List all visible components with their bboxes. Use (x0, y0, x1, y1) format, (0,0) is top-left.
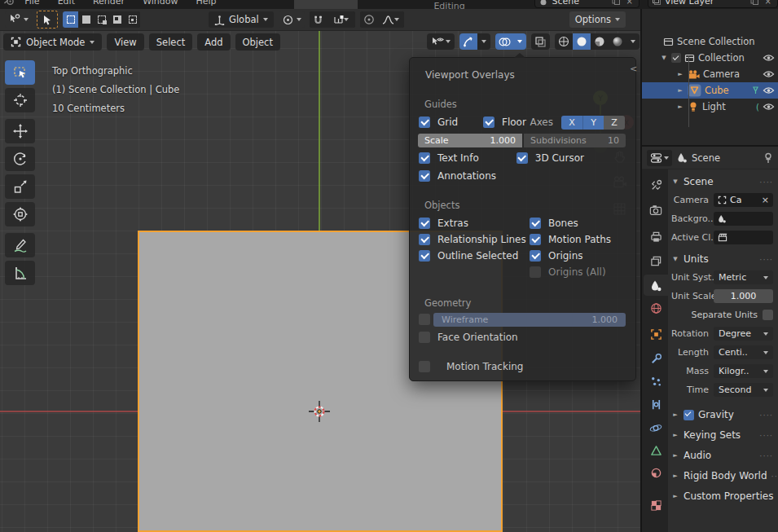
gizmo-dropdown[interactable] (477, 33, 490, 50)
rotation-dropdown[interactable]: Degree (714, 327, 773, 341)
text-info-checkbox[interactable] (419, 152, 430, 164)
menu-view[interactable]: View (107, 33, 143, 51)
motion-tracking-checkbox[interactable] (419, 361, 430, 372)
face-orientation-checkbox[interactable] (419, 332, 430, 343)
xray-toggle-button[interactable] (531, 33, 550, 50)
tab-modeling[interactable]: Modeling (294, 0, 358, 9)
length-dropdown[interactable]: Centi.. (714, 345, 773, 359)
unlink-scene-button[interactable]: × (624, 0, 635, 6)
falloff-dropdown[interactable] (378, 11, 404, 28)
wireframe-slider[interactable]: Wireframe 1.000 (433, 313, 626, 327)
panel-grip[interactable]: ···· (759, 411, 773, 420)
hide-eye-icon[interactable] (763, 86, 775, 95)
new-scene-icon[interactable] (611, 0, 621, 6)
gravity-panel-header[interactable]: ► Gravity ···· (671, 406, 773, 424)
grid-scale-slider[interactable]: Scale 1.000 (418, 134, 522, 147)
menu-object[interactable]: Object (235, 33, 280, 51)
clear-camera-button[interactable]: × (762, 195, 769, 205)
transform-orientation-dropdown[interactable]: Global (209, 11, 274, 28)
select-mode-invert-button[interactable] (109, 11, 125, 28)
editor-type-dropdown[interactable] (647, 150, 672, 166)
pivot-point-dropdown[interactable] (279, 11, 305, 28)
unit-scale-field[interactable]: 1.000 (714, 289, 773, 303)
annotate-tool-button[interactable] (5, 233, 35, 257)
select-mode-extend-button[interactable] (78, 11, 94, 28)
expand-icon[interactable]: ▼ (660, 55, 668, 61)
view-layer-selector[interactable]: View Layer × (648, 0, 778, 8)
subdivisions-field[interactable]: Subdivisions 10 (524, 134, 626, 147)
select-mode-new-button[interactable] (63, 11, 78, 28)
background-field[interactable] (714, 212, 773, 226)
new-view-layer-icon[interactable] (749, 0, 759, 6)
motion-paths-checkbox[interactable] (530, 234, 541, 245)
annotations-checkbox[interactable] (419, 170, 430, 182)
wireframe-checkbox[interactable] (419, 314, 430, 325)
collapse-icon[interactable]: ► (671, 411, 679, 418)
origins-checkbox[interactable] (530, 250, 541, 262)
axis-x-toggle[interactable]: X (561, 116, 582, 130)
expand-icon[interactable]: ► (676, 71, 684, 77)
panel-grip[interactable]: ···· (759, 431, 773, 440)
tab-constraints[interactable] (644, 394, 668, 415)
shading-solid-button[interactable] (573, 33, 591, 50)
outliner-row-collection[interactable]: ▼ Collection (642, 50, 778, 66)
shading-material-button[interactable] (591, 33, 609, 50)
tab-world[interactable] (644, 297, 668, 319)
collapse-icon[interactable]: ► (671, 432, 679, 438)
axis-z-toggle[interactable]: Z (604, 116, 625, 130)
tab-view-layer[interactable] (644, 250, 668, 271)
shading-dropdown[interactable] (626, 33, 640, 50)
panel-grip[interactable]: ···· (759, 255, 773, 264)
units-panel-header[interactable]: ▼ Units ···· (671, 250, 773, 268)
custom-properties-panel-header[interactable]: ► Custom Properties ···· (671, 487, 773, 505)
expand-icon[interactable]: ► (676, 103, 684, 110)
outliner-row-scene-collection[interactable]: Scene Collection (642, 33, 778, 50)
keying-sets-panel-header[interactable]: ► Keying Sets ···· (671, 426, 773, 444)
snap-settings-dropdown[interactable] (327, 11, 355, 28)
mode-dropdown[interactable]: Object Mode (3, 33, 102, 51)
expand-icon[interactable]: ► (676, 87, 684, 94)
tab-particles[interactable] (644, 371, 668, 392)
sidebar-toggle[interactable]: < (630, 64, 637, 74)
overlays-dropdown[interactable] (513, 33, 526, 50)
select-box-tool-button[interactable] (5, 60, 35, 85)
pin-icon[interactable] (763, 152, 773, 164)
menu-file[interactable]: File (16, 0, 47, 7)
active-tool-dropdown[interactable] (5, 11, 32, 28)
proportional-editing-button[interactable] (360, 11, 378, 28)
bones-checkbox[interactable] (530, 218, 541, 229)
cursor-tool-button[interactable] (5, 88, 35, 112)
rigid-body-panel-header[interactable]: ► Rigid Body World ···· (671, 467, 773, 485)
tab-object-data[interactable] (644, 440, 668, 461)
shading-rendered-button[interactable] (609, 33, 626, 50)
snap-toggle-button[interactable] (310, 11, 327, 28)
menu-edit[interactable]: Edit (50, 0, 83, 7)
tab-output[interactable] (644, 226, 668, 247)
select-mode-subtract-button[interactable] (94, 11, 109, 28)
active-clip-field[interactable] (714, 231, 773, 244)
outliner-row-cube[interactable]: ► Cube (642, 82, 778, 99)
outline-selected-checkbox[interactable] (419, 250, 430, 262)
tab-layout[interactable]: Layout (241, 0, 294, 9)
floor-checkbox[interactable] (483, 117, 494, 128)
menu-select[interactable]: Select (149, 33, 192, 51)
cursor-3d-checkbox[interactable] (516, 152, 528, 164)
mass-dropdown[interactable]: Kilogr.. (714, 364, 773, 378)
menu-window[interactable]: Window (134, 0, 186, 7)
panel-grip[interactable]: ···· (771, 472, 778, 481)
move-tool-button[interactable] (5, 119, 35, 143)
audio-panel-header[interactable]: ► Audio ···· (671, 446, 773, 464)
menu-help[interactable]: Help (188, 0, 225, 7)
grid-checkbox[interactable] (419, 117, 430, 128)
menu-add[interactable]: Add (197, 33, 230, 51)
hide-eye-icon[interactable] (763, 70, 775, 78)
separate-units-checkbox[interactable] (763, 310, 773, 320)
outliner-row-camera[interactable]: ► Camera (642, 66, 778, 82)
tab-tool[interactable] (644, 174, 668, 196)
tab-texture[interactable] (644, 495, 668, 516)
scale-tool-button[interactable] (5, 174, 35, 199)
time-dropdown[interactable]: Second (714, 383, 773, 397)
camera-field[interactable]: Ca × (714, 193, 773, 207)
relationship-lines-checkbox[interactable] (419, 234, 430, 245)
shading-wireframe-button[interactable] (555, 33, 573, 50)
